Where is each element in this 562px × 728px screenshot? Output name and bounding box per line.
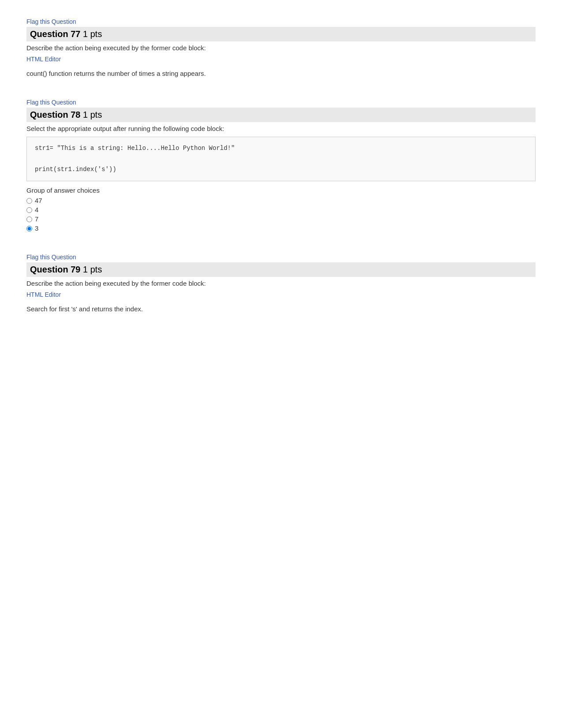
question-number: Question 78: [30, 110, 80, 119]
flag-question-link-q78[interactable]: Flag this Question: [26, 99, 76, 106]
question-block-q79: Flag this QuestionQuestion 79 1 ptsDescr…: [26, 253, 536, 313]
radio-input-q78-0[interactable]: [26, 198, 32, 204]
question-pts: 1 pts: [80, 110, 102, 119]
question-title-q77: Question 77 1 pts: [30, 29, 532, 39]
question-title-q78: Question 78 1 pts: [30, 110, 532, 120]
question-title-q79: Question 79 1 pts: [30, 265, 532, 275]
radio-group-q78: 47473: [26, 197, 536, 232]
flag-question-link-q79[interactable]: Flag this Question: [26, 254, 76, 261]
radio-option-q78-2: 7: [26, 215, 536, 223]
question-pts: 1 pts: [80, 29, 102, 39]
question-pts: 1 pts: [80, 265, 102, 274]
radio-option-q78-3: 3: [26, 224, 536, 232]
radio-label-q78-0: 47: [35, 197, 42, 204]
html-editor-link-q79[interactable]: HTML Editor: [26, 291, 61, 298]
question-text-q78: Select the appropriate output after runn…: [26, 125, 536, 132]
question-header-q78: Question 78 1 pts: [26, 108, 536, 122]
radio-label-q78-1: 4: [35, 206, 38, 213]
question-block-q77: Flag this QuestionQuestion 77 1 ptsDescr…: [26, 18, 536, 77]
question-header-q79: Question 79 1 pts: [26, 262, 536, 277]
radio-label-q78-3: 3: [35, 224, 38, 232]
radio-input-q78-2[interactable]: [26, 217, 32, 222]
question-header-q77: Question 77 1 pts: [26, 27, 536, 41]
question-number: Question 79: [30, 265, 80, 274]
radio-option-q78-0: 47: [26, 197, 536, 204]
question-text-q77: Describe the action being executed by th…: [26, 44, 536, 52]
radio-label-q78-2: 7: [35, 215, 38, 223]
flag-question-link-q77[interactable]: Flag this Question: [26, 18, 76, 25]
question-block-q78: Flag this QuestionQuestion 78 1 ptsSelec…: [26, 98, 536, 232]
radio-input-q78-3[interactable]: [26, 226, 32, 231]
html-editor-link-q77[interactable]: HTML Editor: [26, 56, 61, 63]
radio-input-q78-1[interactable]: [26, 207, 32, 213]
question-text-q79: Describe the action being executed by th…: [26, 280, 536, 287]
answer-text-q77: count() function returns the number of t…: [26, 70, 536, 77]
group-label-q78: Group of answer choices: [26, 187, 536, 194]
question-number: Question 77: [30, 29, 80, 39]
radio-option-q78-1: 4: [26, 206, 536, 213]
answer-text-q79: Search for first 's' and returns the ind…: [26, 305, 536, 313]
code-block-q78: str1= "This is a string: Hello....Hello …: [26, 137, 536, 181]
